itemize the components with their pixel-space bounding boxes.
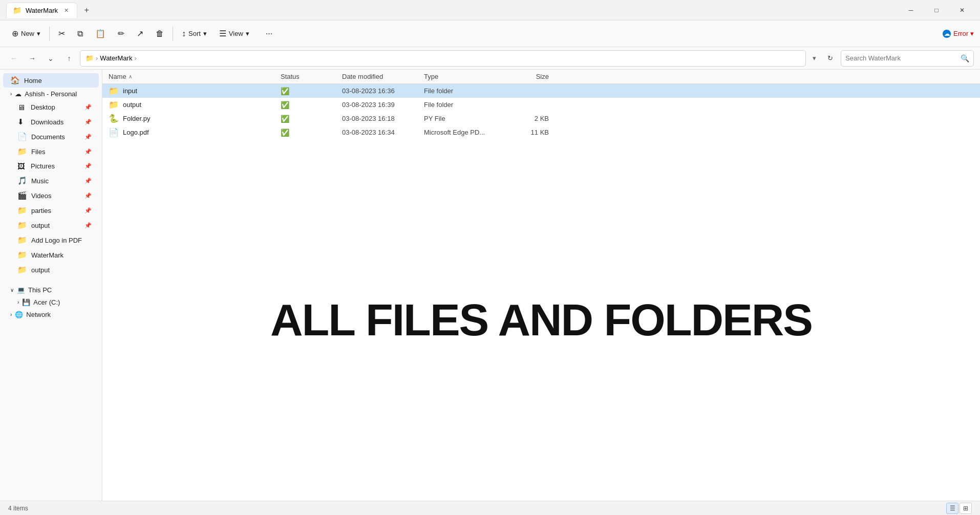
sidebar-item-add-logo[interactable]: 📁 Add Logo in PDF xyxy=(3,233,99,247)
sync-icon: ✅ xyxy=(281,128,289,137)
sidebar-pictures-label: Pictures xyxy=(31,162,55,170)
sort-icon: ↕ xyxy=(182,29,186,38)
sidebar-item-network[interactable]: › 🌐 Network xyxy=(3,309,99,320)
col-name-header[interactable]: Name ∧ xyxy=(102,73,276,80)
sidebar: 🏠 Home › ☁ Ashish - Personal 🖥 Desktop 📌… xyxy=(0,70,102,501)
breadcrumb-folder-name: WaterMark xyxy=(100,54,132,62)
sidebar-output-label: output xyxy=(31,222,50,229)
pin-icon-parties: 📌 xyxy=(84,207,92,214)
sidebar-item-ashish-personal[interactable]: › ☁ Ashish - Personal xyxy=(3,88,99,100)
maximize-button[interactable]: □ xyxy=(925,2,948,18)
col-size-header[interactable]: Size xyxy=(502,73,553,80)
forward-button[interactable]: → xyxy=(25,51,40,66)
refresh-button[interactable]: ↻ xyxy=(822,51,838,66)
desktop-icon: 🖥 xyxy=(17,103,27,112)
pin-icon-output: 📌 xyxy=(84,222,92,229)
file-status-cell: ✅ xyxy=(276,115,338,123)
search-input[interactable] xyxy=(845,54,957,62)
sidebar-item-watermark[interactable]: 📁 WaterMark xyxy=(3,248,99,262)
sidebar-item-acer-c[interactable]: › 💾 Acer (C:) xyxy=(3,296,99,308)
rename-button[interactable]: ✏ xyxy=(112,25,130,42)
view-dropdown-icon: ▾ xyxy=(246,30,249,37)
pin-icon-desktop: 📌 xyxy=(84,104,92,111)
breadcrumb-dropdown[interactable]: ▾ xyxy=(809,53,819,63)
breadcrumb[interactable]: 📁 › WaterMark › xyxy=(80,50,806,67)
active-tab[interactable]: 📁 WaterMark ✕ xyxy=(6,3,77,18)
title-bar: 📁 WaterMark ✕ + ─ □ ✕ xyxy=(0,0,980,20)
col-type-header[interactable]: Type xyxy=(420,73,502,80)
recent-locations-button[interactable]: ⌄ xyxy=(43,51,58,66)
sidebar-item-pictures[interactable]: 🖼 Pictures 📌 xyxy=(3,159,99,173)
col-date-header[interactable]: Date modified xyxy=(338,73,420,80)
cut-button[interactable]: ✂ xyxy=(53,25,71,42)
sidebar-item-output2[interactable]: 📁 output xyxy=(3,263,99,277)
file-icon: 📁 xyxy=(109,100,119,110)
table-row[interactable]: 🐍 Folder.py ✅ 03-08-2023 16:18 PY File 2… xyxy=(102,112,980,125)
file-type-cell: PY File xyxy=(420,115,502,122)
sidebar-item-files[interactable]: 📁 Files 📌 xyxy=(3,144,99,159)
close-button[interactable]: ✕ xyxy=(950,2,974,18)
pin-icon-pictures: 📌 xyxy=(84,163,92,169)
pin-icon-documents: 📌 xyxy=(84,134,92,140)
view-button[interactable]: ☰ View ▾ xyxy=(214,25,255,42)
tab-area: 📁 WaterMark ✕ + xyxy=(6,3,899,18)
sidebar-acer-label: Acer (C:) xyxy=(33,298,60,306)
error-dropdown[interactable]: ▾ xyxy=(970,30,974,37)
sidebar-item-parties[interactable]: 📁 parties 📌 xyxy=(3,203,99,218)
search-icon[interactable]: 🔍 xyxy=(961,54,969,62)
file-icon: 📁 xyxy=(109,86,119,96)
delete-icon: 🗑 xyxy=(156,29,164,38)
tab-close-button[interactable]: ✕ xyxy=(62,6,71,15)
sidebar-item-documents[interactable]: 📄 Documents 📌 xyxy=(3,130,99,144)
sidebar-item-music[interactable]: 🎵 Music 📌 xyxy=(3,174,99,188)
sidebar-item-this-pc[interactable]: ∨ 💻 This PC xyxy=(3,284,99,296)
expand-icon-network: › xyxy=(10,312,12,317)
sync-icon: ✅ xyxy=(281,115,289,123)
watermark-big-text: ALL FILES AND FOLDERS xyxy=(270,294,812,346)
file-name-cell: 📄 Logo.pdf xyxy=(102,127,276,137)
sort-button[interactable]: ↕ Sort ▾ xyxy=(176,26,212,42)
expand-icon-this-pc: ∨ xyxy=(10,287,14,293)
file-name-cell: 📁 input xyxy=(102,86,276,96)
new-button[interactable]: ⊕ New ▾ xyxy=(6,25,46,42)
table-row[interactable]: 📄 Logo.pdf ✅ 03-08-2023 16:34 Microsoft … xyxy=(102,125,980,139)
more-button[interactable]: ··· xyxy=(256,24,282,44)
share-button[interactable]: ↗ xyxy=(131,25,149,42)
sort-dropdown-icon: ▾ xyxy=(203,30,207,37)
file-date-cell: 03-08-2023 16:36 xyxy=(338,87,420,95)
toolbar: ⊕ New ▾ ✂ ⧉ 📋 ✏ ↗ 🗑 ↕ Sort ▾ ☰ View ▾ ··… xyxy=(0,20,980,47)
table-row[interactable]: 📁 output ✅ 03-08-2023 16:39 File folder xyxy=(102,98,980,112)
file-status-cell: ✅ xyxy=(276,87,338,95)
sidebar-item-output[interactable]: 📁 output 📌 xyxy=(3,218,99,232)
delete-button[interactable]: 🗑 xyxy=(150,26,169,42)
home-icon: 🏠 xyxy=(10,76,20,85)
sidebar-watermark-label: WaterMark xyxy=(31,251,63,259)
sidebar-network-label: Network xyxy=(26,311,51,318)
copy-button[interactable]: ⧉ xyxy=(72,26,89,42)
file-status-cell: ✅ xyxy=(276,101,338,109)
grid-view-button[interactable]: ⊞ xyxy=(960,503,972,514)
col-name-label: Name xyxy=(109,73,126,80)
new-tab-button[interactable]: + xyxy=(79,3,94,17)
sidebar-item-home[interactable]: 🏠 Home xyxy=(3,73,99,88)
minimize-button[interactable]: ─ xyxy=(899,2,923,18)
sidebar-output2-label: output xyxy=(31,266,50,274)
sidebar-item-downloads[interactable]: ⬇ Downloads 📌 xyxy=(3,115,99,129)
up-button[interactable]: ↑ xyxy=(61,51,77,66)
table-row[interactable]: 📁 input ✅ 03-08-2023 16:36 File folder xyxy=(102,84,980,98)
back-button[interactable]: ← xyxy=(6,51,22,66)
paste-button[interactable]: 📋 xyxy=(90,25,111,42)
search-box: 🔍 xyxy=(841,50,974,67)
file-name-text: Folder.py xyxy=(123,115,150,122)
watermark-area: ALL FILES AND FOLDERS xyxy=(102,139,980,501)
sidebar-item-desktop[interactable]: 🖥 Desktop 📌 xyxy=(3,100,99,114)
file-name-cell: 🐍 Folder.py xyxy=(102,114,276,123)
address-area: ← → ⌄ ↑ 📁 › WaterMark › ▾ ↻ 🔍 xyxy=(0,47,980,70)
add-logo-icon: 📁 xyxy=(17,235,27,245)
sidebar-music-label: Music xyxy=(31,177,49,185)
sidebar-desktop-label: Desktop xyxy=(31,103,55,111)
sidebar-item-videos[interactable]: 🎬 Videos 📌 xyxy=(3,188,99,203)
list-view-button[interactable]: ☰ xyxy=(946,503,958,514)
sidebar-home-label: Home xyxy=(24,77,42,84)
file-icon: 🐍 xyxy=(109,114,119,123)
